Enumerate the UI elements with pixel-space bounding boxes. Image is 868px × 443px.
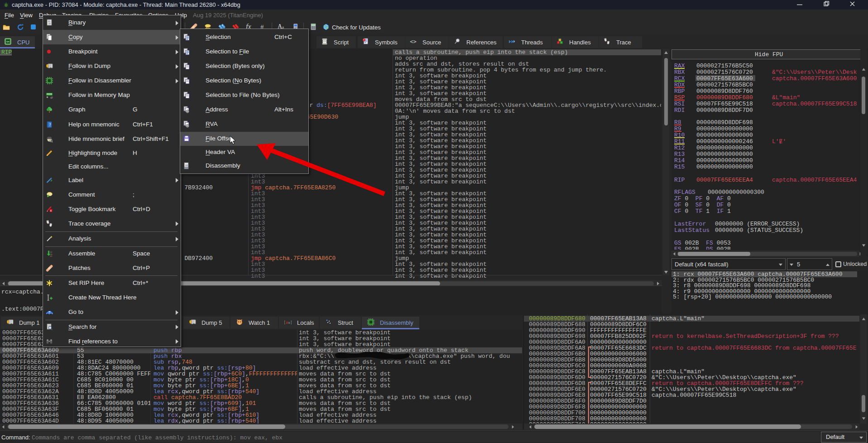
svg-text:[x=]: [x=] (284, 320, 292, 325)
svg-text:10: 10 (185, 164, 188, 167)
svg-text:@: @ (50, 96, 53, 99)
svg-text:<>: <> (410, 39, 417, 45)
svg-text:<>: <> (323, 40, 326, 43)
svg-text:?: ? (49, 122, 51, 127)
svg-text:64: 64 (6, 40, 10, 43)
svg-text:10: 10 (48, 22, 51, 25)
svg-text:@: @ (186, 110, 189, 113)
svg-text:@: @ (186, 125, 189, 127)
svg-text:01: 01 (50, 255, 53, 257)
svg-text:n: n (50, 209, 52, 212)
